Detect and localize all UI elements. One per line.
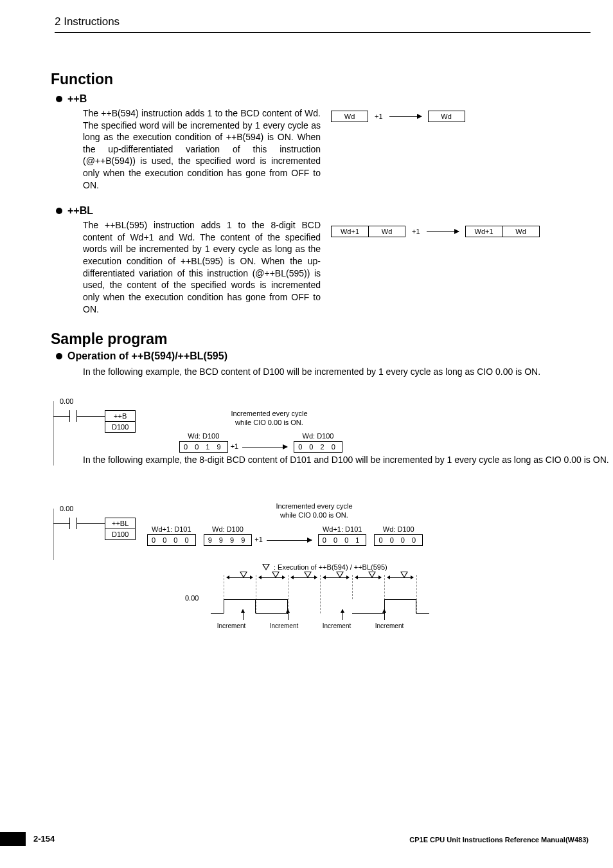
timing-lane xyxy=(224,575,429,613)
increment-labels: Increment Increment Increment Increment xyxy=(212,622,409,629)
box-pair: Wd+1 Wd xyxy=(331,226,405,237)
subheading-ppbl-label: ++BL xyxy=(67,205,93,217)
heading-sample: Sample program xyxy=(51,330,591,348)
ladder1-caption: Incremented every cycle while CIO 0.00 i… xyxy=(205,409,333,428)
subheading-ppb: ++B xyxy=(56,93,591,105)
b2-value: 9 9 9 9 xyxy=(204,534,253,546)
inc-label: Increment xyxy=(265,622,303,629)
timing-legend: : Execution of ++B(594) / ++BL(595) xyxy=(262,563,387,571)
subheading-ppbl: ++BL xyxy=(56,205,591,217)
arrow-right-icon xyxy=(242,447,287,448)
operand: D100 xyxy=(105,529,135,539)
arrow-up-icon xyxy=(288,610,289,620)
plus-one-label: +1 xyxy=(412,228,420,235)
mnemonic: ++BL xyxy=(105,518,135,529)
page-header: 2 Instructions xyxy=(55,15,591,33)
para-ppb: The ++B(594) instruction adds 1 to the B… xyxy=(83,107,321,191)
arrow-right-icon xyxy=(389,116,422,117)
subheading-ppb-label: ++B xyxy=(67,93,87,105)
box-pair: Wd+1 Wd xyxy=(465,226,540,237)
instruction-box: ++B D100 xyxy=(105,410,136,433)
chapter-title: 2 Instructions xyxy=(55,15,120,28)
ladder2-caption: Incremented every cycle while CIO 0.00 i… xyxy=(250,502,378,520)
mnemonic: ++B xyxy=(105,411,135,422)
para-ppbl: The ++BL(595) instruction adds 1 to the … xyxy=(83,219,321,315)
b1-label: Wd+1: D101 xyxy=(152,525,191,533)
legend-text: : Execution of ++B(594) / ++BL(595) xyxy=(274,563,387,571)
operand: D100 xyxy=(105,422,135,432)
ladder-diagram-2: 0.00 ++BL D100 Incremented every cycle w… xyxy=(51,505,449,556)
b1-value: 0 0 0 0 xyxy=(147,534,196,546)
b2-label: Wd: D100 xyxy=(212,525,244,533)
diagram-ppbl: Wd+1 Wd +1 Wd+1 Wd xyxy=(331,226,540,237)
a1-value: 0 0 0 1 xyxy=(318,534,367,546)
arrow-up-icon xyxy=(243,610,244,620)
triangle-icon xyxy=(262,564,270,570)
subheading-operation-label: Operation of ++B(594)/++BL(595) xyxy=(67,350,227,362)
before-value: 0 0 1 9 xyxy=(179,441,228,453)
heading-function: Function xyxy=(51,71,591,88)
ladder-diagram-1: 0.00 ++B D100 Incremented every cycle wh… xyxy=(51,397,385,462)
arrow-up-icon xyxy=(384,610,385,620)
plus-one-label: +1 xyxy=(254,536,263,543)
ladder-rung: ++B D100 xyxy=(53,410,150,422)
ladder2-values: Wd+1: D101 0 0 0 0 Wd: D100 9 9 9 9 +1 W… xyxy=(147,525,423,546)
inc-label: Increment xyxy=(212,622,251,629)
box-wd: Wd xyxy=(331,111,368,122)
arrow-right-icon xyxy=(427,231,459,232)
ladder-rung: ++BL D100 xyxy=(53,518,150,529)
after-value: 0 0 2 0 xyxy=(294,441,342,453)
arrow-right-icon xyxy=(267,540,312,541)
bullet-icon xyxy=(56,96,62,102)
arrow-up-icon xyxy=(342,610,343,620)
ladder-rail xyxy=(53,509,54,560)
signal-label: 0.00 xyxy=(185,594,199,602)
a2-value: 0 0 0 0 xyxy=(374,534,423,546)
page-number: 2-154 xyxy=(33,834,55,844)
inc-label: Increment xyxy=(317,622,356,629)
bullet-icon xyxy=(56,208,62,214)
para-sample1: In the following example, the BCD conten… xyxy=(83,366,613,378)
contact-icon xyxy=(67,410,79,422)
bit-label: 0.00 xyxy=(60,505,73,512)
contact-icon xyxy=(67,518,79,529)
box-wd: Wd xyxy=(428,111,465,122)
plus-one-label: +1 xyxy=(375,113,383,120)
box-wd: Wd xyxy=(368,226,405,237)
plus-one-label: +1 xyxy=(231,442,239,450)
inc-label: Increment xyxy=(370,622,409,629)
a1-label: Wd+1: D101 xyxy=(323,525,362,533)
footer-stripe xyxy=(0,832,26,846)
manual-reference: CP1E CPU Unit Instructions Reference Man… xyxy=(409,836,589,844)
instruction-box: ++BL D100 xyxy=(105,518,136,540)
box-wd1: Wd+1 xyxy=(465,226,502,237)
timing-diagram: : Execution of ++B(594) / ++BL(595) 0.00 xyxy=(185,563,461,647)
ladder1-values: Wd: D100 0 0 1 9 +1 Wd: D100 0 0 2 0 xyxy=(179,432,342,453)
box-wd: Wd xyxy=(502,226,540,237)
a2-label: Wd: D100 xyxy=(383,525,414,533)
before-label: Wd: D100 xyxy=(188,432,219,440)
bullet-icon xyxy=(56,353,62,359)
after-label: Wd: D100 xyxy=(303,432,334,440)
bit-label: 0.00 xyxy=(60,397,73,405)
box-wd1: Wd+1 xyxy=(331,226,368,237)
page-footer: 2-154 CP1E CPU Unit Instructions Referen… xyxy=(0,832,613,849)
subheading-operation: Operation of ++B(594)/++BL(595) xyxy=(56,350,591,362)
diagram-ppb: Wd +1 Wd xyxy=(331,111,465,122)
